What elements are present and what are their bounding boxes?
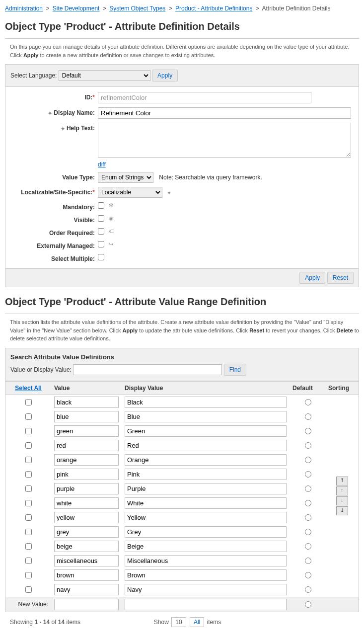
row-value-input[interactable] [54,397,119,408]
row-select-checkbox[interactable] [25,457,32,463]
select-all-link[interactable]: Select All [15,385,42,392]
apply-button[interactable]: Apply [299,272,325,284]
page-size-all[interactable]: All [190,617,204,627]
row-select-checkbox[interactable] [25,558,32,564]
row-value-input[interactable] [54,584,119,595]
row-default-radio[interactable] [305,558,311,564]
value-type-note: Note: Searchable via query framework. [159,174,262,181]
row-display-input[interactable] [125,397,287,408]
sort-up-button[interactable]: ↑ [336,486,348,495]
row-value-input[interactable] [54,541,119,552]
new-value-row: New Value: [5,597,359,612]
mandatory-checkbox[interactable] [98,202,104,209]
table-row [5,482,359,496]
row-default-radio[interactable] [305,529,311,535]
externally-managed-checkbox[interactable] [98,241,104,247]
row-default-radio[interactable] [305,399,311,405]
row-value-input[interactable] [54,555,119,566]
row-display-input[interactable] [125,555,287,566]
row-display-input[interactable] [125,512,287,523]
row-select-checkbox[interactable] [25,529,32,535]
row-display-input[interactable] [125,526,287,538]
row-value-input[interactable] [54,569,119,581]
value-type-select[interactable]: Enum of Strings [98,172,153,183]
row-default-radio[interactable] [305,428,311,434]
row-display-input[interactable] [125,497,287,509]
row-value-input[interactable] [54,411,119,422]
row-display-input[interactable] [125,454,287,466]
row-select-checkbox[interactable] [25,514,32,521]
row-select-checkbox[interactable] [25,413,32,420]
diff-link[interactable]: diff [98,161,106,168]
localizable-select[interactable]: Localizable [98,187,162,198]
new-value-input[interactable] [54,599,119,610]
row-default-radio[interactable] [305,485,311,492]
order-required-checkbox[interactable] [98,228,104,235]
row-select-checkbox[interactable] [25,471,32,478]
page-title: Object Type 'Product' - Attribute Defini… [5,21,359,32]
row-select-checkbox[interactable] [25,586,32,593]
help-text-field[interactable] [98,123,351,158]
row-select-checkbox[interactable] [25,500,32,506]
row-display-input[interactable] [125,584,287,595]
crumb-link[interactable]: Administration [5,5,43,12]
id-field[interactable] [98,92,311,103]
table-row [5,438,359,453]
row-display-input[interactable] [125,469,287,480]
crumb-link[interactable]: Product - Attribute Definitions [175,5,252,12]
row-select-checkbox[interactable] [25,572,32,578]
row-default-radio[interactable] [305,413,311,420]
row-display-input[interactable] [125,483,287,494]
breadcrumb: Administration > Site Development > Syst… [5,5,359,12]
eye-icon: ◉ [109,215,114,221]
row-default-radio[interactable] [305,500,311,506]
row-display-input[interactable] [125,569,287,581]
row-select-checkbox[interactable] [25,428,32,434]
display-name-field[interactable] [98,107,351,119]
row-value-input[interactable] [54,526,119,538]
search-label: Value or Display Value: [10,366,72,373]
row-default-radio[interactable] [305,457,311,463]
row-select-checkbox[interactable] [25,543,32,550]
visible-checkbox[interactable] [98,215,104,222]
select-multiple-checkbox[interactable] [98,254,104,260]
new-default-radio[interactable] [305,601,311,608]
find-button[interactable]: Find [224,364,246,376]
row-value-input[interactable] [54,454,119,466]
row-default-radio[interactable] [305,543,311,550]
row-display-input[interactable] [125,425,287,437]
reset-button[interactable]: Reset [327,272,354,284]
row-value-input[interactable] [54,512,119,523]
row-value-input[interactable] [54,497,119,509]
row-default-radio[interactable] [305,442,311,449]
row-select-checkbox[interactable] [25,442,32,449]
select-language[interactable]: Default [59,70,150,81]
row-select-checkbox[interactable] [25,485,32,492]
globe-icon: ✦ [167,190,173,196]
asterisk-icon: ✻ [109,202,113,208]
row-default-radio[interactable] [305,572,311,578]
row-default-radio[interactable] [305,586,311,593]
row-display-input[interactable] [125,440,287,451]
row-display-input[interactable] [125,411,287,422]
apply-language-button[interactable]: Apply [152,70,178,81]
row-default-radio[interactable] [305,471,311,478]
crumb-link[interactable]: Site Development [53,5,100,12]
table-row [5,582,359,597]
row-value-input[interactable] [54,469,119,480]
row-default-radio[interactable] [305,514,311,521]
new-display-input[interactable] [125,599,287,610]
row-display-input[interactable] [125,541,287,552]
table-row [5,525,359,539]
row-select-checkbox[interactable] [25,399,32,405]
page-size-10[interactable]: 10 [171,617,186,627]
search-input[interactable] [73,364,222,375]
row-value-input[interactable] [54,440,119,451]
globe-icon: ✦ [46,110,52,116]
row-value-input[interactable] [54,425,119,437]
row-value-input[interactable] [54,483,119,494]
sort-down-button[interactable]: ↓ [336,496,348,505]
crumb-link[interactable]: System Object Types [109,5,165,12]
sort-top-button[interactable]: ⤒ [336,477,348,485]
sort-bottom-button[interactable]: ⤓ [336,506,348,515]
